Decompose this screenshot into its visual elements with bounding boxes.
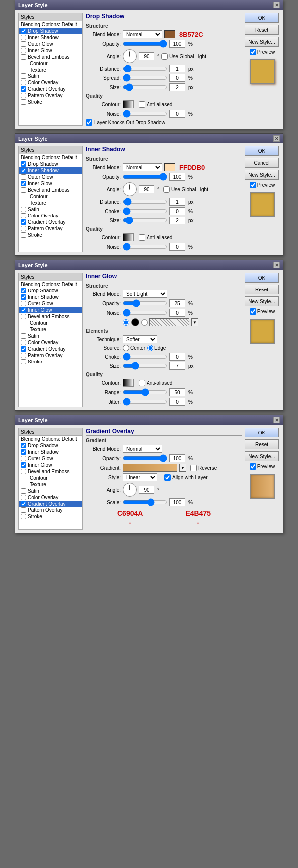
reverse-cb-4[interactable] xyxy=(190,465,197,471)
reset-button-3[interactable]: Reset xyxy=(245,285,279,294)
new-style-button-3[interactable]: New Style... xyxy=(245,296,279,306)
style-gradient-overlay-3[interactable]: Gradient Overlay xyxy=(19,346,82,352)
contour-preview-3[interactable] xyxy=(123,379,134,387)
style-gradient-overlay-1[interactable]: Gradient Overlay xyxy=(19,86,82,92)
color-hex-2[interactable]: FFDDB0 xyxy=(179,164,205,171)
style-bevel-3[interactable]: Bevel and Emboss xyxy=(19,313,82,320)
noise-input-2[interactable] xyxy=(169,243,185,251)
opacity-input-3[interactable] xyxy=(169,299,185,307)
layer-knocks-cb-1[interactable] xyxy=(86,119,92,126)
ok-button-4[interactable]: OK xyxy=(245,428,279,437)
style-drop-shadow-1[interactable]: Drop Shadow xyxy=(19,28,82,34)
size-input-1[interactable] xyxy=(169,83,185,91)
style-color-overlay-1[interactable]: Color Overlay xyxy=(19,79,82,86)
close-button-2[interactable]: ✕ xyxy=(273,135,280,142)
global-light-cb-1[interactable] xyxy=(161,53,168,60)
style-inner-shadow-1[interactable]: Inner Shadow xyxy=(19,34,82,41)
blend-mode-select-2[interactable]: Normal xyxy=(123,163,162,171)
color-gradient-radio-3[interactable] xyxy=(141,319,148,326)
opacity-slider-1[interactable] xyxy=(123,41,167,47)
size-slider-1[interactable] xyxy=(123,84,167,90)
scale-input-4[interactable] xyxy=(169,498,185,506)
style-texture-2[interactable]: Texture xyxy=(19,200,82,206)
noise-input-1[interactable] xyxy=(169,110,185,118)
style-inner-shadow-3[interactable]: Inner Shadow xyxy=(19,294,82,300)
style-inner-shadow-2[interactable]: Inner Shadow xyxy=(19,167,82,174)
blend-mode-select-1[interactable]: Normal xyxy=(123,30,162,38)
style-bevel-2[interactable]: Bevel and Emboss xyxy=(19,187,82,193)
preview-cb-2[interactable] xyxy=(250,182,256,188)
distance-input-2[interactable] xyxy=(169,198,185,206)
spread-input-1[interactable] xyxy=(169,74,185,82)
distance-slider-2[interactable] xyxy=(123,199,167,205)
ok-button-1[interactable]: OK xyxy=(245,13,279,23)
angle-input-1[interactable] xyxy=(139,52,154,60)
opacity-input-2[interactable] xyxy=(169,173,185,181)
contour-preview-1[interactable] xyxy=(123,100,134,108)
new-style-button-1[interactable]: New Style... xyxy=(245,37,279,47)
close-button-3[interactable]: ✕ xyxy=(273,262,280,268)
angle-input-2[interactable] xyxy=(139,185,154,193)
new-style-button-4[interactable]: New Style... xyxy=(245,451,279,461)
opacity-slider-2[interactable] xyxy=(123,174,167,180)
pattern-btn-3[interactable]: ▼ xyxy=(191,318,198,326)
style-texture-4[interactable]: Texture xyxy=(19,481,82,488)
style-color-overlay-3[interactable]: Color Overlay xyxy=(19,339,82,346)
style-satin-1[interactable]: Satin xyxy=(19,73,82,79)
global-light-cb-2[interactable] xyxy=(163,186,170,193)
jitter-input-3[interactable] xyxy=(169,398,185,406)
blend-mode-select-3[interactable]: Soft Light xyxy=(123,290,167,298)
style-inner-glow-3[interactable]: Inner Glow xyxy=(19,307,82,313)
style-satin-3[interactable]: Satin xyxy=(19,333,82,339)
source-edge-radio-3[interactable] xyxy=(147,345,153,351)
style-contour-2[interactable]: Contour xyxy=(19,193,82,200)
gradient-dropdown-4[interactable]: ▼ xyxy=(179,464,186,472)
style-satin-4[interactable]: Satin xyxy=(19,488,82,494)
style-contour-3[interactable]: Contour xyxy=(19,320,82,326)
style-inner-glow-2[interactable]: Inner Glow xyxy=(19,180,82,187)
source-center-radio-3[interactable] xyxy=(123,345,129,351)
style-blending-options-3[interactable]: Blending Options: Default xyxy=(19,281,82,288)
reset-button-1[interactable]: Reset xyxy=(245,25,279,35)
style-bevel-1[interactable]: Bevel and Emboss xyxy=(19,54,82,60)
style-contour-1[interactable]: Contour xyxy=(19,60,82,67)
preview-cb-1[interactable] xyxy=(250,49,256,55)
angle-dial-2[interactable] xyxy=(123,182,137,196)
reset-button-4[interactable]: Reset xyxy=(245,439,279,449)
color-swatch-1[interactable] xyxy=(164,30,175,38)
ok-button-2[interactable]: OK xyxy=(245,146,279,156)
opacity-input-4[interactable] xyxy=(169,454,185,462)
size-slider-3[interactable] xyxy=(123,363,167,369)
blend-mode-select-4[interactable]: Normal xyxy=(123,445,162,453)
size-slider-2[interactable] xyxy=(123,217,167,223)
anti-alias-cb-2[interactable] xyxy=(139,234,145,241)
distance-slider-1[interactable] xyxy=(123,66,167,72)
style-blending-options-1[interactable]: Blending Options: Default xyxy=(19,21,82,28)
style-color-overlay-4[interactable]: Color Overlay xyxy=(19,494,82,501)
choke-input-2[interactable] xyxy=(169,207,185,215)
style-outer-glow-1[interactable]: Outer Glow xyxy=(19,41,82,47)
size-input-2[interactable] xyxy=(169,217,185,224)
style-color-overlay-2[interactable]: Color Overlay xyxy=(19,213,82,219)
cancel-button-2[interactable]: Cancel xyxy=(245,158,279,168)
opacity-input-1[interactable] xyxy=(169,40,185,48)
style-texture-1[interactable]: Texture xyxy=(19,67,82,73)
preview-cb-3[interactable] xyxy=(250,308,256,315)
color-swatch-2[interactable] xyxy=(164,163,175,171)
style-outer-glow-2[interactable]: Outer Glow xyxy=(19,174,82,180)
anti-alias-cb-3[interactable] xyxy=(139,380,145,386)
size-input-3[interactable] xyxy=(169,362,185,370)
style-pattern-overlay-4[interactable]: Pattern Overlay xyxy=(19,507,82,513)
ok-button-3[interactable]: OK xyxy=(245,273,279,283)
color-hex-1[interactable]: 8B572C xyxy=(179,31,203,38)
gradient-bar-4[interactable] xyxy=(123,464,177,472)
angle-dial-1[interactable] xyxy=(123,49,137,63)
style-pattern-overlay-2[interactable]: Pattern Overlay xyxy=(19,225,82,232)
opacity-slider-4[interactable] xyxy=(123,455,167,461)
new-style-button-2[interactable]: New Style... xyxy=(245,170,279,180)
noise-slider-2[interactable] xyxy=(123,244,167,250)
style-texture-3[interactable]: Texture xyxy=(19,326,82,333)
style-stroke-1[interactable]: Stroke xyxy=(19,99,82,105)
style-drop-shadow-4[interactable]: Drop Shadow xyxy=(19,442,82,449)
range-input-3[interactable] xyxy=(169,388,185,396)
